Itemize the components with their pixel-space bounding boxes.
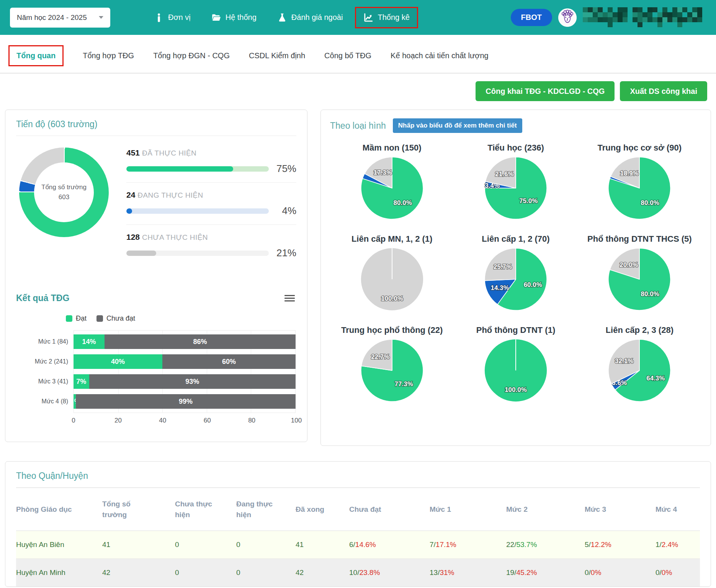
legend-label: Chưa đạt xyxy=(106,314,135,323)
progress-fill xyxy=(126,251,156,256)
bar-track: 14%86% xyxy=(74,334,296,349)
progress-count: 24 xyxy=(126,190,135,199)
publish-button[interactable]: Công khai TĐG - KDCLGD - CQG xyxy=(476,81,615,101)
bar-category-label: Mức 1 (84) xyxy=(16,338,74,345)
progress-label: ĐÃ THỰC HIỆN xyxy=(142,149,196,157)
tab-tong-quan[interactable]: Tổng quan xyxy=(8,45,64,66)
stat-percent: 23.8% xyxy=(359,568,380,577)
tab-tong-hop-dgn-cqg[interactable]: Tổng hợp ĐGN - CQG xyxy=(153,51,230,60)
header-right: FBOT xyxy=(511,7,706,28)
pie-slice-label: 21.6% xyxy=(495,170,513,178)
stat-percent: 14.6% xyxy=(355,541,376,549)
folder-icon xyxy=(211,13,221,23)
stat-count: 22/ xyxy=(506,541,516,549)
pie-chart-5[interactable]: Liên cấp 1, 2 (70)60.0%14.3%25.7% xyxy=(482,234,549,312)
export-button[interactable]: Xuất DS công khai xyxy=(620,81,707,101)
stat-percent: 45.2% xyxy=(516,568,537,577)
pie-title: Mầm non (150) xyxy=(359,143,425,153)
bar-value-label: 99% xyxy=(179,398,193,406)
pie-title: Tiểu học (236) xyxy=(483,143,549,153)
stat-percent: 17.1% xyxy=(436,541,456,549)
by-type-title: Theo loại hình xyxy=(330,121,386,131)
pie-chart-1[interactable]: Mầm non (150)80.0%17.3% xyxy=(359,143,425,221)
total-schools-donut-chart[interactable]: Tổng số trường 603 xyxy=(19,147,109,237)
column-header: Chưa thực hiện xyxy=(175,488,236,531)
district-table-body: Huyện An Biên4100416/14.6%7/17.1%22/53.7… xyxy=(16,531,700,587)
progress-label: CHƯA THỰC HIỆN xyxy=(142,233,208,241)
school-year-value: Năm học 2024 - 2025 xyxy=(17,13,87,22)
pie-title: Liên cấp 2, 3 (28) xyxy=(606,325,673,335)
nav-item-don-vi[interactable]: Đơn vị xyxy=(145,7,199,28)
bar-row[interactable]: Mức 3 (41)7%93% xyxy=(16,374,296,389)
tab-cong-bo-tdg[interactable]: Công bố TĐG xyxy=(324,51,371,60)
progress-list: 451ĐÃ THỰC HIỆN75%24ĐANG THỰC HIỆN4%128C… xyxy=(126,148,296,274)
district-panel: Theo Quận/Huyện Phòng Giáo dụcTổng số tr… xyxy=(5,461,711,587)
bar-segment: 99% xyxy=(76,394,296,409)
nav-item-thong-ke[interactable]: Thống kê xyxy=(355,7,418,28)
table-stat-cell: 0/0% xyxy=(585,559,656,587)
progress-track xyxy=(126,251,269,256)
table-cell: 42 xyxy=(102,559,175,587)
bar-track: %99% xyxy=(74,394,296,409)
tab-csdl-kiem-dinh[interactable]: CSDL Kiểm định xyxy=(249,51,305,60)
legend-swatch-icon xyxy=(96,315,103,322)
pie-chart-2[interactable]: Tiểu học (236)75.0%3.4%21.6% xyxy=(483,143,549,221)
district-table: Phòng Giáo dụcTổng số trườngChưa thực hi… xyxy=(16,488,700,586)
table-row[interactable]: Huyện An Biên4100416/14.6%7/17.1%22/53.7… xyxy=(16,531,700,559)
column-header: Tổng số trường xyxy=(102,488,175,531)
progress-fill xyxy=(126,166,233,172)
pie-chart-6[interactable]: Phổ thông DTNT THCS (5)80.0%20.0% xyxy=(587,234,692,312)
bar-segment: 40% xyxy=(74,354,162,369)
pie-slice-label: 80.0% xyxy=(393,199,412,206)
stat-count: 13/ xyxy=(430,568,440,577)
legend-item[interactable]: Đạt xyxy=(66,314,87,323)
pie-chart-4[interactable]: Liên cấp MN, 1, 2 (1)100.0% xyxy=(351,234,433,312)
chevron-down-icon xyxy=(99,16,103,19)
bar-row[interactable]: Mức 2 (241)40%60% xyxy=(16,354,296,369)
pie-chart-3[interactable]: Trung học cơ sở (90)80.0%18.9% xyxy=(598,143,682,221)
school-year-dropdown[interactable]: Năm học 2024 - 2025 xyxy=(10,8,110,28)
nav-item-he-thong[interactable]: Hệ thống xyxy=(203,7,265,28)
bar-segment: 14% xyxy=(74,334,105,349)
pie-title: Trung học cơ sở (90) xyxy=(598,143,682,153)
user-role-badge[interactable]: FBOT xyxy=(511,9,552,26)
page-content: Công khai TĐG - KDCLGD - CQG Xuất DS côn… xyxy=(0,74,716,587)
nav-item-danh-gia-ngoai[interactable]: Đánh giá ngoài xyxy=(269,7,351,28)
flask-icon xyxy=(277,13,287,23)
column-header: Mức 3 xyxy=(585,488,656,531)
pie-slice-label: 60.0% xyxy=(524,281,542,288)
legend-item[interactable]: Chưa đạt xyxy=(96,314,135,323)
progress-percent: 4% xyxy=(269,205,296,217)
tab-ke-hoach-cai-tien[interactable]: Kế hoạch cải tiến chất lượng xyxy=(391,51,489,60)
result-bar-chart: Mức 1 (84)14%86%Mức 2 (241)40%60%Mức 3 (… xyxy=(16,330,296,413)
table-cell: 41 xyxy=(296,531,349,559)
app-header: Năm học 2024 - 2025 Đơn vịHệ thốngĐánh g… xyxy=(0,0,716,35)
pie-chart-7[interactable]: Trung học phổ thông (22)77.3%22.7% xyxy=(341,325,443,403)
table-stat-cell: 5/12.2% xyxy=(585,531,656,559)
chart-menu-icon[interactable] xyxy=(283,292,296,305)
pie-title: Phổ thông DTNT (1) xyxy=(476,325,556,335)
progress-item-head: 128CHƯA THỰC HIỆN xyxy=(126,233,296,242)
table-cell: 0 xyxy=(175,559,236,587)
pie-chart-8[interactable]: Phổ thông DTNT (1)100.0% xyxy=(476,325,556,403)
table-stat-cell: 1/2.4% xyxy=(656,531,700,559)
x-axis-tick: 40 xyxy=(159,417,166,424)
table-row[interactable]: Huyện An Minh42004210/23.8%13/31%19/45.2… xyxy=(16,559,700,587)
progress-count: 128 xyxy=(126,233,140,241)
dashboard-cards: Tiến độ (603 trường) Tổng số trường 603 … xyxy=(5,110,711,446)
stat-percent: 53.7% xyxy=(516,541,537,549)
avatar[interactable] xyxy=(558,8,577,27)
bar-value-label: 93% xyxy=(185,378,199,386)
nav-item-label: Đơn vị xyxy=(168,13,191,22)
table-stat-cell: 22/53.7% xyxy=(506,531,585,559)
bar-row[interactable]: Mức 1 (84)14%86% xyxy=(16,334,296,349)
pie-slice-label: 80.0% xyxy=(641,199,659,206)
bar-category-label: Mức 3 (41) xyxy=(16,378,74,385)
table-stat-cell: 10/23.8% xyxy=(349,559,430,587)
pie-chart-9[interactable]: Liên cấp 2, 3 (28)64.3%3.6%32.1% xyxy=(606,325,673,403)
bar-row[interactable]: Mức 4 (8)%99% xyxy=(16,394,296,409)
pie-slice-label: 18.9% xyxy=(620,170,639,177)
main-nav: Đơn vịHệ thốngĐánh giá ngoàiThống kê xyxy=(145,7,418,28)
pie-title: Phổ thông DTNT THCS (5) xyxy=(587,234,692,244)
tab-tong-hop-tdg[interactable]: Tổng hợp TĐG xyxy=(83,51,134,60)
